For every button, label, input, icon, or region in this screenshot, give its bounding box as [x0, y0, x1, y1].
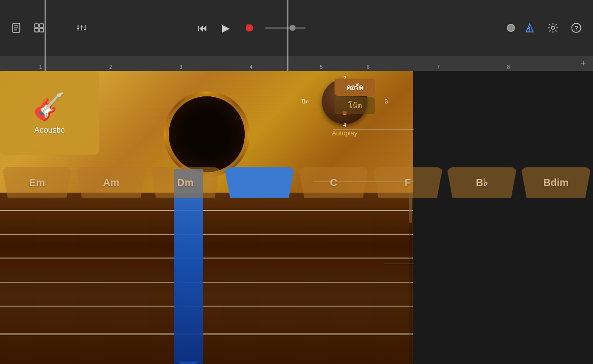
annotation-line-3 [384, 264, 414, 264]
instrument-panel[interactable]: 🎸 Acoustic [0, 71, 99, 155]
svg-rect-4 [34, 24, 39, 27]
ruler-mark-8: 8 [507, 64, 510, 70]
guitar-string-2 [0, 234, 413, 235]
chord-button-c[interactable]: C [296, 167, 370, 198]
annotation-line-2 [313, 181, 414, 182]
guitar-string-3 [0, 258, 413, 259]
ruler-mark-3: 3 [179, 64, 182, 70]
svg-rect-7 [40, 28, 44, 32]
guitar-string-6 [0, 333, 413, 335]
chord-note-toggle: คอร์ด โน้ต [335, 79, 375, 114]
chord-button-am[interactable]: Am [74, 167, 148, 198]
right-area [413, 71, 593, 364]
soundhole-ring-inner [166, 94, 247, 175]
svg-rect-6 [34, 28, 39, 32]
new-button[interactable] [8, 20, 25, 35]
chord-button-bb[interactable]: B♭ [445, 167, 519, 198]
toolbar-left [8, 20, 90, 35]
settings-button[interactable] [544, 20, 562, 35]
ruler-marks: 1 2 3 4 5 6 7 8 [4, 56, 589, 71]
chord-button-bdim[interactable]: Bdim [519, 167, 593, 198]
instrument-name: Acoustic [34, 126, 64, 135]
autoplay-label: Autoplay [332, 129, 358, 137]
rewind-button[interactable]: ⏮ [194, 20, 212, 36]
knob-label-3: 3 [385, 98, 388, 104]
playhead-start [45, 0, 46, 71]
ruler-mark-6: 6 [366, 64, 369, 70]
fretboard-area [0, 193, 413, 364]
ruler: 1 2 3 4 5 6 7 8 [0, 56, 593, 71]
chord-g-highlight [174, 169, 203, 364]
guitar-icon: 🎸 [33, 91, 66, 122]
metronome-button[interactable] [521, 20, 538, 35]
circle-indicator [507, 24, 515, 32]
svg-point-17 [551, 26, 554, 29]
volume-slider-container [265, 27, 306, 29]
chord-button-em[interactable]: Em [0, 167, 74, 198]
annotation-line-1 [333, 129, 414, 130]
toolbar: ⏮ ▶ ⏺ ? [0, 0, 593, 56]
svg-rect-5 [40, 24, 44, 27]
chord-button-g[interactable]: G [223, 167, 296, 198]
ruler-mark-1: 1 [39, 64, 42, 70]
ruler-mark-7: 7 [437, 64, 440, 70]
guitar-string-1 [0, 210, 413, 211]
svg-text:?: ? [574, 25, 578, 32]
ruler-mark-4: 4 [250, 64, 253, 70]
mixer-button[interactable] [73, 20, 90, 35]
ruler-mark-2: 2 [109, 64, 113, 70]
record-button[interactable]: ⏺ [240, 19, 259, 37]
chord-highlight-arrow [178, 361, 199, 364]
scrollbar-handle[interactable] [409, 193, 412, 223]
ruler-plus-button[interactable]: + [578, 56, 589, 71]
chord-button-dm[interactable]: Dm [149, 167, 223, 198]
play-button[interactable]: ▶ [218, 20, 234, 36]
chord-buttons-row: EmAmDmGCFB♭Bdim [0, 167, 593, 198]
note-toggle-button[interactable]: โน้ต [335, 97, 375, 114]
toolbar-center: ⏮ ▶ ⏺ [194, 19, 306, 37]
ruler-mark-5: 5 [320, 64, 323, 70]
help-button[interactable]: ? [568, 20, 585, 35]
volume-slider[interactable] [265, 27, 306, 29]
knob-label-off: ปิด [302, 97, 309, 106]
guitar-string-4 [0, 282, 413, 283]
guitar-string-5 [0, 306, 413, 307]
playhead-song [287, 0, 288, 71]
scrollbar[interactable] [409, 193, 412, 364]
chord-toggle-button[interactable]: คอร์ด [335, 79, 375, 96]
toolbar-right: ? [507, 20, 585, 35]
chord-button-f[interactable]: F [370, 167, 444, 198]
